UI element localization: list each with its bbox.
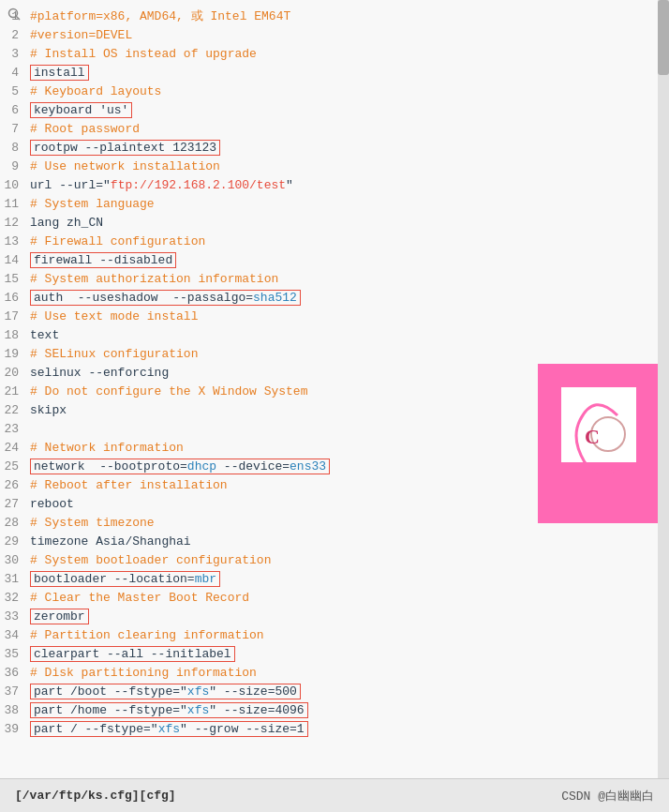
code-token: # Disk partitioning information <box>30 666 257 680</box>
code-line: 13# Firewall configuration <box>0 233 669 251</box>
line-number: 30 <box>0 551 30 570</box>
line-content: # Keyboard layouts <box>30 83 662 101</box>
line-number: 8 <box>0 139 30 158</box>
line-number: 34 <box>0 626 30 645</box>
boxed-bootloader: bootloader --location=mbr <box>30 571 220 587</box>
line-number: 10 <box>0 176 30 195</box>
line-content: # Root password <box>30 120 662 139</box>
boxed-text: keyboard 'us' <box>30 102 132 118</box>
code-line: 39part / --fstype="xfs" --grow --size=1 <box>0 720 669 739</box>
code-token: # System authorization information <box>30 272 278 286</box>
boxed-text: zerombr <box>30 609 89 624</box>
code-token: # Network information <box>30 441 184 455</box>
code-token: " <box>286 178 293 192</box>
line-number: 38 <box>0 701 30 720</box>
line-number: 18 <box>0 326 30 345</box>
boxed-part: part /home --fstype="xfs" --size=4096 <box>30 702 308 718</box>
line-number: 21 <box>0 383 30 401</box>
boxed-part: part / --fstype="xfs" --grow --size=1 <box>30 721 308 737</box>
line-content: lang zh_CN <box>30 214 662 233</box>
line-number: 35 <box>0 645 30 664</box>
boxed-text: install <box>30 65 89 81</box>
code-line: 12lang zh_CN <box>0 214 669 233</box>
code-line: 2#version=DEVEL <box>0 26 669 45</box>
line-number: 33 <box>0 608 30 626</box>
line-number: 36 <box>0 664 30 683</box>
code-token: # Clear the Master Boot Record <box>30 591 249 605</box>
line-content: firewall --disabled <box>30 251 662 270</box>
code-line: 37part /boot --fstype="xfs" --size=500 <box>0 683 669 701</box>
status-brand: CSDN @白幽幽白 <box>561 788 654 804</box>
line-number: 14 <box>0 251 30 270</box>
line-number: 13 <box>0 233 30 251</box>
line-number: 27 <box>0 495 30 514</box>
code-token: # Keyboard layouts <box>30 84 161 98</box>
line-content: # Firewall configuration <box>30 233 662 251</box>
line-content: # Partition clearing information <box>30 626 662 645</box>
line-content: rootpw --plaintext 123123 <box>30 139 662 158</box>
code-line: 7# Root password <box>0 120 669 139</box>
scrollbar-thumb[interactable] <box>658 0 669 75</box>
line-content: auth --useshadow --passalgo=sha512 <box>30 289 662 308</box>
line-content: # Clear the Master Boot Record <box>30 589 662 608</box>
line-content: #version=DEVEL <box>30 26 662 45</box>
code-line: 15# System authorization information <box>0 270 669 289</box>
line-content: text <box>30 326 662 345</box>
line-number: 24 <box>0 439 30 458</box>
line-number: 2 <box>0 26 30 45</box>
code-token: timezone Asia/Shanghai <box>30 534 191 549</box>
code-line: 29timezone Asia/Shanghai <box>0 533 669 551</box>
code-token: ftp://192.168.2.100/test <box>111 178 286 192</box>
code-line: 10url --url="ftp://192.168.2.100/test" <box>0 176 669 195</box>
line-content: # Use network installation <box>30 158 662 176</box>
code-line: 8rootpw --plaintext 123123 <box>0 139 669 158</box>
line-number: 32 <box>0 589 30 608</box>
line-content: #platform=x86, AMD64, 或 Intel EM64T <box>30 8 662 26</box>
code-token: mbr <box>195 572 216 586</box>
line-content: # SELinux configuration <box>30 345 662 364</box>
code-line: 30# System bootloader configuration <box>0 551 669 570</box>
code-token: url --url=" <box>30 178 111 192</box>
boxed-text: firewall --disabled <box>30 252 176 268</box>
line-number: 4 <box>0 64 30 83</box>
line-content: part / --fstype="xfs" --grow --size=1 <box>30 720 662 739</box>
code-token: part / --fstype=" <box>34 722 158 736</box>
line-content: clearpart --all --initlabel <box>30 645 662 664</box>
code-line: 9# Use network installation <box>0 158 669 176</box>
line-content: keyboard 'us' <box>30 101 662 120</box>
boxed-part: part /boot --fstype="xfs" --size=500 <box>30 684 301 699</box>
line-number: 15 <box>0 270 30 289</box>
line-number: 25 <box>0 458 30 476</box>
line-number: 31 <box>0 570 30 589</box>
code-line: 14firewall --disabled <box>0 251 669 270</box>
line-number: 9 <box>0 158 30 176</box>
code-line: 31bootloader --location=mbr <box>0 570 669 589</box>
code-token: # System timezone <box>30 516 155 530</box>
code-line: 33zerombr <box>0 608 669 626</box>
code-line: 34# Partition clearing information <box>0 626 669 645</box>
line-number: 22 <box>0 401 30 420</box>
line-content: # Disk partitioning information <box>30 664 662 683</box>
line-content: # System language <box>30 195 662 214</box>
code-token: " --size=4096 <box>209 703 304 717</box>
code-token: xfs <box>187 684 209 699</box>
line-content: # System bootloader configuration <box>30 551 662 570</box>
svg-text:C: C <box>585 425 600 448</box>
code-token: # Partition clearing information <box>30 628 264 642</box>
code-token: # Reboot after installation <box>30 478 228 492</box>
line-content: part /home --fstype="xfs" --size=4096 <box>30 701 662 720</box>
code-token: ens33 <box>290 459 326 474</box>
line-content: # Install OS instead of upgrade <box>30 45 662 64</box>
scrollbar-track[interactable] <box>658 0 669 778</box>
line-number: 6 <box>0 101 30 120</box>
code-token: # System language <box>30 197 155 211</box>
code-line: 11# System language <box>0 195 669 214</box>
code-line: 38part /home --fstype="xfs" --size=4096 <box>0 701 669 720</box>
line-number: 1 <box>0 8 30 26</box>
code-token: sha512 <box>253 291 297 305</box>
code-line: 32# Clear the Master Boot Record <box>0 589 669 608</box>
code-token: " --size=500 <box>209 684 297 699</box>
code-token: # Use network installation <box>30 159 220 173</box>
code-line: 19# SELinux configuration <box>0 345 669 364</box>
line-number: 19 <box>0 345 30 364</box>
